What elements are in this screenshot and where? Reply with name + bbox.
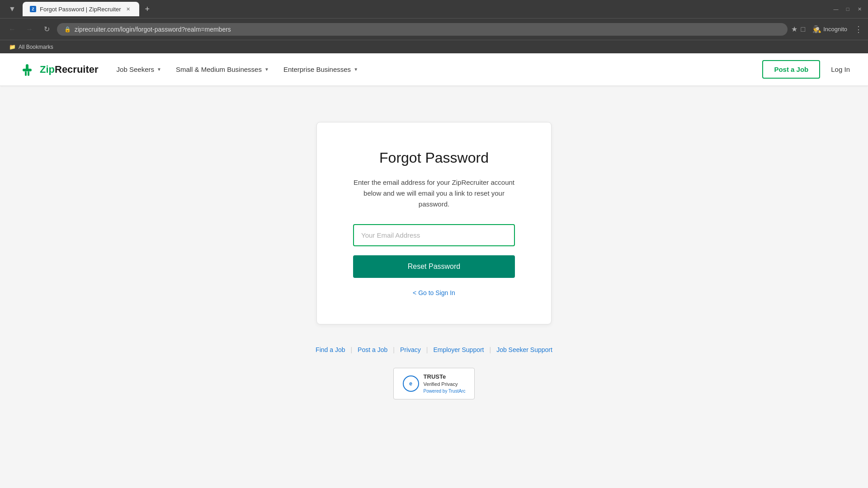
svg-rect-2 bbox=[23, 69, 32, 71]
navbar-right: Post a Job Log In bbox=[762, 60, 850, 79]
svg-rect-4 bbox=[28, 71, 29, 76]
incognito-badge: 🕵 Incognito bbox=[809, 23, 851, 35]
folder-icon: 📁 bbox=[9, 44, 16, 50]
new-tab-button[interactable]: + bbox=[141, 3, 154, 15]
truste-text: TRUSTe Verified Privacy Powered by Trust… bbox=[424, 373, 466, 394]
forgot-password-card: Forgot Password Enter the email address … bbox=[316, 122, 552, 324]
truste-subtitle: Verified Privacy bbox=[424, 381, 466, 388]
truste-logo: e bbox=[403, 375, 419, 392]
browser-chrome: ▼ Z Forgot Password | ZipRecruiter ✕ + —… bbox=[0, 0, 868, 53]
post-job-button[interactable]: Post a Job bbox=[762, 60, 820, 79]
chevron-down-icon-2: ▼ bbox=[264, 67, 269, 72]
truste-badge: e TRUSTe Verified Privacy Powered by Tru… bbox=[393, 368, 475, 399]
page-content: ZipRecruiter Job Seekers ▼ Small & Mediu… bbox=[0, 53, 868, 460]
truste-title: TRUSTe bbox=[424, 373, 466, 381]
window-controls: — □ ✕ bbox=[833, 6, 863, 12]
tab-favicon: Z bbox=[30, 6, 36, 12]
footer-sep-1: | bbox=[350, 346, 352, 353]
footer-privacy[interactable]: Privacy bbox=[400, 346, 421, 353]
logo[interactable]: ZipRecruiter bbox=[18, 61, 99, 79]
bookmarks-bar: 📁 All Bookmarks bbox=[0, 40, 868, 53]
bookmark-star-icon[interactable]: ★ bbox=[791, 25, 797, 33]
close-button[interactable]: ✕ bbox=[856, 6, 863, 12]
nav-enterprise[interactable]: Enterprise Businesses ▼ bbox=[283, 66, 358, 73]
chevron-down-icon: ▼ bbox=[157, 67, 161, 72]
footer-find-job[interactable]: Find a Job bbox=[316, 346, 345, 353]
footer-employer-support[interactable]: Employer Support bbox=[433, 346, 484, 353]
incognito-label: Incognito bbox=[823, 26, 847, 33]
reload-button[interactable]: ↻ bbox=[40, 23, 53, 36]
footer-job-seeker-support[interactable]: Job Seeker Support bbox=[496, 346, 552, 353]
address-bar[interactable]: 🔒 ziprecruiter.com/login/forgot-password… bbox=[57, 23, 788, 36]
footer-sep-4: | bbox=[490, 346, 491, 353]
main-content: Forgot Password Enter the email address … bbox=[0, 86, 868, 427]
toolbar-actions: ★ □ 🕵 Incognito ⋮ bbox=[791, 23, 863, 35]
navbar: ZipRecruiter Job Seekers ▼ Small & Mediu… bbox=[0, 53, 868, 86]
tab-list-button[interactable]: ▼ bbox=[5, 2, 19, 16]
chevron-down-icon-3: ▼ bbox=[354, 67, 358, 72]
logo-icon bbox=[18, 61, 36, 79]
browser-tabs: Z Forgot Password | ZipRecruiter ✕ + bbox=[23, 2, 833, 16]
logo-text: ZipRecruiter bbox=[40, 64, 99, 75]
extension-icon[interactable]: □ bbox=[801, 25, 806, 33]
login-link[interactable]: Log In bbox=[831, 66, 850, 73]
footer-sep-3: | bbox=[426, 346, 428, 353]
minimize-button[interactable]: — bbox=[833, 6, 839, 12]
email-input[interactable] bbox=[353, 224, 515, 246]
footer-sep-2: | bbox=[393, 346, 395, 353]
footer-post-job[interactable]: Post a Job bbox=[358, 346, 387, 353]
forgot-title: Forgot Password bbox=[353, 150, 515, 166]
active-tab[interactable]: Z Forgot Password | ZipRecruiter ✕ bbox=[23, 2, 139, 16]
incognito-icon: 🕵 bbox=[812, 25, 821, 33]
lock-icon: 🔒 bbox=[64, 26, 71, 33]
go-to-sign-in-link[interactable]: < Go to Sign In bbox=[413, 289, 455, 296]
browser-toolbar: ← → ↻ 🔒 ziprecruiter.com/login/forgot-pa… bbox=[0, 18, 868, 40]
url-text: ziprecruiter.com/login/forgot-password?r… bbox=[75, 26, 231, 33]
navbar-left: ZipRecruiter Job Seekers ▼ Small & Mediu… bbox=[18, 61, 358, 79]
menu-button[interactable]: ⋮ bbox=[854, 24, 863, 34]
nav-job-seekers[interactable]: Job Seekers ▼ bbox=[117, 66, 161, 73]
nav-small-medium[interactable]: Small & Medium Businesses ▼ bbox=[176, 66, 269, 73]
forward-button[interactable]: → bbox=[23, 23, 36, 36]
browser-titlebar: ▼ Z Forgot Password | ZipRecruiter ✕ + —… bbox=[0, 0, 868, 18]
bookmarks-label: All Bookmarks bbox=[19, 44, 53, 50]
reset-password-button[interactable]: Reset Password bbox=[353, 255, 515, 278]
tab-close-button[interactable]: ✕ bbox=[125, 5, 132, 13]
tab-title: Forgot Password | ZipRecruiter bbox=[40, 6, 121, 13]
footer-links: Find a Job | Post a Job | Privacy | Empl… bbox=[316, 346, 552, 353]
bookmarks-folder[interactable]: 📁 All Bookmarks bbox=[5, 43, 57, 51]
back-button[interactable]: ← bbox=[5, 23, 19, 36]
maximize-button[interactable]: □ bbox=[844, 6, 851, 12]
forgot-description: Enter the email address for your ZipRecr… bbox=[353, 177, 515, 210]
truste-powered: Powered by TrustArc bbox=[424, 388, 466, 394]
nav-links: Job Seekers ▼ Small & Medium Businesses … bbox=[117, 66, 358, 73]
svg-rect-3 bbox=[25, 71, 27, 76]
